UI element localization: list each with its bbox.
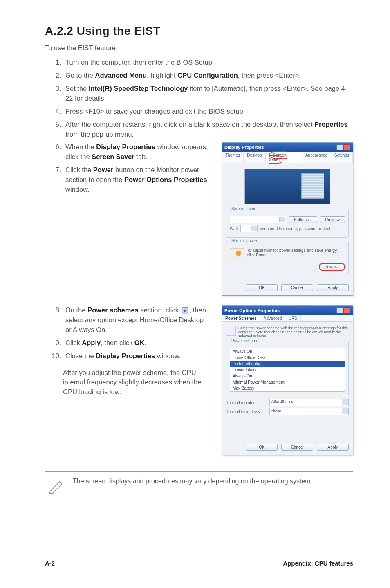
ok-button[interactable]: OK [246,284,278,291]
wait-min-label: minutes [260,227,274,231]
intro-text: To use the EIST feature: [45,44,353,52]
tab-advanced[interactable]: Advanced [260,315,285,321]
footer-title: Appendix: CPU features [283,560,353,567]
tab-appearance[interactable]: Appearance [302,152,331,163]
steps-list-bot: On the Power schemes section, click , th… [45,305,209,361]
dialog-title: Display Properties [224,145,264,150]
scheme-option[interactable]: Always On [230,348,345,355]
preview-button[interactable]: Preview [320,216,345,223]
step-item: After the computer restarts, right click… [63,120,353,139]
help-icon[interactable] [336,307,343,313]
step-item: When the Display Properties window appea… [63,142,209,162]
tab-power-schemes[interactable]: Power Schemes [222,315,260,321]
dialog-tabs: Power SchemesAdvancedUPS [222,315,353,322]
tab-themes[interactable]: Themes [222,152,244,163]
dropdown-arrow-icon[interactable] [182,307,188,314]
apply-button[interactable]: Apply [317,284,349,291]
window-buttons [336,307,350,313]
pencil-icon [47,477,65,494]
screensaver-combo[interactable] [230,216,286,223]
tab-settings[interactable]: Settings [331,152,353,163]
resume-label: On resume, password protect [277,227,345,231]
dialog-titlebar: Display Properties [222,143,353,152]
group-monitor-title: Monitor power [230,239,259,243]
step-item: Click Apply, then click OK. [63,338,209,348]
power-button[interactable]: Power... [319,263,345,271]
monitor-power-text: To adjust monitor power settings and sav… [230,248,345,257]
display-properties-dialog: Display Properties ThemesDesktopScreen S… [222,142,353,296]
scheme-option[interactable]: Max Battery [230,385,345,391]
screensaver-preview [244,169,330,204]
dialog-tabs: ThemesDesktopScreen SaverAppearanceSetti… [222,152,353,163]
group-screensaver-title: Screen saver [230,206,257,211]
step-item: On the Power schemes section, click , th… [63,305,209,335]
page-number: A-2 [45,560,55,567]
note-box: The screen displays and procedures may v… [45,471,353,499]
energy-star-icon [230,248,244,260]
scheme-option[interactable]: Home/Office Desk [230,355,345,361]
wait-label: Wait [230,227,238,231]
monitor-off-label: Turn off monitor: [226,400,267,405]
cancel-button[interactable]: Cancel [281,444,313,451]
apply-button[interactable]: Apply [317,444,349,451]
monitor-off-combo[interactable]: After 15 mins [269,399,349,406]
cancel-button[interactable]: Cancel [281,284,313,291]
step-item: Set the Intel(R) SpeedStep Technology it… [63,84,353,103]
tab-desktop[interactable]: Desktop [244,152,266,163]
tab-screen-saver[interactable]: Screen Saver [266,152,302,163]
window-buttons [336,144,350,150]
close-icon[interactable] [344,144,350,150]
step-item: Click the Power button on the Monitor po… [63,165,209,195]
power-options-dialog: Power Options Properties Power SchemesAd… [222,305,353,455]
battery-icon [226,326,236,336]
scheme-option[interactable]: Minimal Power Management [230,379,345,385]
tab-ups[interactable]: UPS [285,315,301,321]
section-heading: A.2.2 Using the EIST [45,25,353,38]
dialog-titlebar: Power Options Properties [222,306,353,315]
step-item: Go to the Advanced Menu, highlight CPU C… [63,71,353,81]
dialog-title: Power Options Properties [224,308,280,313]
help-icon[interactable] [336,144,343,150]
after-text: After you adjust the power scheme, the C… [63,368,209,397]
step-item: Press <F10> to save your changes and exi… [63,107,353,117]
hdd-off-label: Turn off hard disks: [226,409,267,414]
scheme-option[interactable]: Always On [230,373,345,379]
wait-spinner[interactable] [240,225,258,232]
scheme-option[interactable]: Portable/Laptop [230,361,345,367]
scheme-option[interactable]: Presentation [230,367,345,373]
group-scheme-title: Power schemes [230,339,262,343]
step-item: Close the Display Properties window. [63,351,209,361]
steps-list-top: Turn on the computer, then enter the BIO… [45,58,353,139]
power-scheme-dropdown[interactable]: Always OnHome/Office DeskPortable/Laptop… [230,348,345,392]
hdd-off-combo[interactable]: Never [269,408,349,415]
steps-list-mid: When the Display Properties window appea… [45,142,209,195]
note-text: The screen displays and procedures may v… [73,477,312,486]
step-item: Turn on the computer, then enter the BIO… [63,58,353,67]
close-icon[interactable] [344,307,350,313]
settings-button[interactable]: Settings... [289,216,317,223]
power-intro-text: Select the power scheme with the most ap… [226,326,349,338]
ok-button[interactable]: OK [246,444,278,451]
